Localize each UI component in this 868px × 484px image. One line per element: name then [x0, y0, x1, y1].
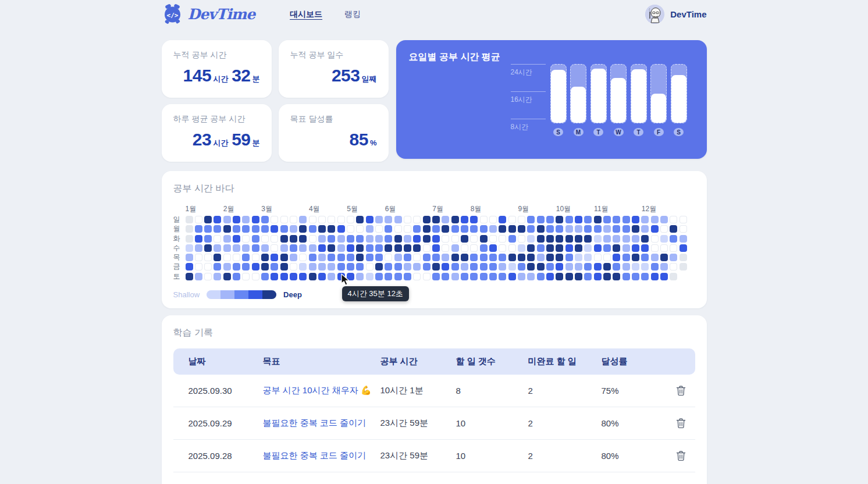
heatmap-cell[interactable] [337, 263, 345, 271]
heatmap-cell[interactable] [366, 263, 373, 271]
heatmap-cell[interactable] [489, 225, 497, 233]
heatmap-cell[interactable] [603, 273, 611, 280]
heatmap-cell[interactable] [404, 254, 411, 261]
heatmap-cell[interactable] [328, 225, 335, 233]
heatmap-cell[interactable] [499, 225, 506, 233]
heatmap-cell[interactable] [632, 235, 639, 243]
heatmap-cell[interactable] [556, 216, 563, 223]
heatmap-cell[interactable] [537, 235, 545, 243]
heatmap-cell[interactable] [299, 225, 307, 233]
heatmap-cell[interactable] [204, 216, 212, 223]
heatmap-cell[interactable] [565, 225, 573, 233]
heatmap-cell[interactable] [318, 263, 326, 271]
heatmap-cell[interactable] [309, 225, 316, 233]
delete-record-button[interactable] [676, 385, 686, 396]
heatmap-cell[interactable] [195, 244, 202, 252]
heatmap-cell[interactable] [337, 235, 345, 243]
heatmap-cell[interactable] [670, 263, 677, 271]
heatmap-cell[interactable] [594, 244, 602, 252]
heatmap-cell[interactable] [261, 254, 269, 261]
heatmap-cell[interactable] [518, 254, 525, 261]
heatmap-cell[interactable] [347, 263, 354, 271]
heatmap-cell[interactable] [223, 263, 231, 271]
heatmap-cell[interactable] [537, 263, 545, 271]
heatmap-cell[interactable] [356, 263, 364, 271]
heatmap-cell[interactable] [508, 244, 516, 252]
heatmap-cell[interactable] [423, 235, 431, 243]
heatmap-cell[interactable] [214, 254, 221, 261]
heatmap-cell[interactable] [508, 235, 516, 243]
heatmap-cell[interactable] [214, 263, 221, 271]
heatmap-cell[interactable] [195, 216, 202, 223]
heatmap-cell[interactable] [461, 254, 468, 261]
heatmap-cell[interactable] [404, 235, 411, 243]
heatmap-cell[interactable] [622, 235, 630, 243]
heatmap-cell[interactable] [328, 273, 335, 280]
heatmap-cell[interactable] [565, 216, 573, 223]
heatmap-cell[interactable] [299, 216, 307, 223]
heatmap-cell[interactable] [356, 254, 364, 261]
heatmap-cell[interactable] [546, 225, 554, 233]
heatmap-cell[interactable] [375, 263, 383, 271]
heatmap-cell[interactable] [385, 225, 392, 233]
heatmap-cell[interactable] [280, 263, 288, 271]
heatmap-cell[interactable] [499, 273, 506, 280]
heatmap-cell[interactable] [356, 244, 364, 252]
heatmap-cell[interactable] [423, 254, 431, 261]
heatmap-cell[interactable] [499, 263, 506, 271]
heatmap-cell[interactable] [375, 273, 383, 280]
heatmap-cell[interactable] [204, 225, 212, 233]
heatmap-cell[interactable] [432, 254, 440, 261]
heatmap-cell[interactable] [252, 225, 259, 233]
heatmap-cell[interactable] [641, 273, 649, 280]
heatmap-cell[interactable] [195, 225, 202, 233]
heatmap-cell[interactable] [632, 216, 639, 223]
heatmap-cell[interactable] [603, 235, 611, 243]
heatmap-cell[interactable] [375, 254, 383, 261]
heatmap-cell[interactable] [233, 244, 240, 252]
heatmap-cell[interactable] [499, 254, 506, 261]
heatmap-cell[interactable] [670, 254, 677, 261]
heatmap-cell[interactable] [204, 235, 212, 243]
delete-record-button[interactable] [676, 418, 686, 429]
heatmap-cell[interactable] [404, 225, 411, 233]
heatmap-cell[interactable] [223, 225, 231, 233]
heatmap-cell[interactable] [261, 244, 269, 252]
heatmap-cell[interactable] [413, 263, 421, 271]
heatmap-cell[interactable] [423, 273, 431, 280]
heatmap-cell[interactable] [575, 235, 582, 243]
heatmap-cell[interactable] [299, 235, 307, 243]
heatmap-cell[interactable] [290, 235, 297, 243]
heatmap-cell[interactable] [556, 235, 563, 243]
heatmap-cell[interactable] [186, 273, 193, 280]
heatmap-cell[interactable] [337, 254, 345, 261]
heatmap-cell[interactable] [480, 225, 488, 233]
heatmap-cell[interactable] [613, 244, 620, 252]
heatmap-cell[interactable] [546, 263, 554, 271]
heatmap-cell[interactable] [271, 263, 278, 271]
heatmap-cell[interactable] [204, 244, 212, 252]
heatmap-cell[interactable] [261, 235, 269, 243]
heatmap-cell[interactable] [622, 216, 630, 223]
heatmap-cell[interactable] [214, 244, 221, 252]
heatmap-cell[interactable] [556, 273, 563, 280]
heatmap-cell[interactable] [575, 244, 582, 252]
heatmap-cell[interactable] [337, 216, 345, 223]
heatmap-cell[interactable] [651, 273, 659, 280]
heatmap-cell[interactable] [461, 216, 468, 223]
heatmap-cell[interactable] [470, 216, 478, 223]
heatmap-cell[interactable] [223, 273, 231, 280]
heatmap-cell[interactable] [394, 263, 402, 271]
nav-ranking[interactable]: 랭킹 [344, 9, 361, 20]
heatmap-cell[interactable] [584, 244, 592, 252]
heatmap-cell[interactable] [309, 216, 316, 223]
heatmap-cell[interactable] [537, 273, 545, 280]
heatmap-cell[interactable] [214, 235, 221, 243]
heatmap-cell[interactable] [413, 273, 421, 280]
heatmap-cell[interactable] [413, 235, 421, 243]
heatmap-cell[interactable] [470, 244, 478, 252]
heatmap-cell[interactable] [556, 263, 563, 271]
heatmap-cell[interactable] [489, 263, 497, 271]
heatmap-cell[interactable] [337, 225, 345, 233]
heatmap-cell[interactable] [299, 263, 307, 271]
